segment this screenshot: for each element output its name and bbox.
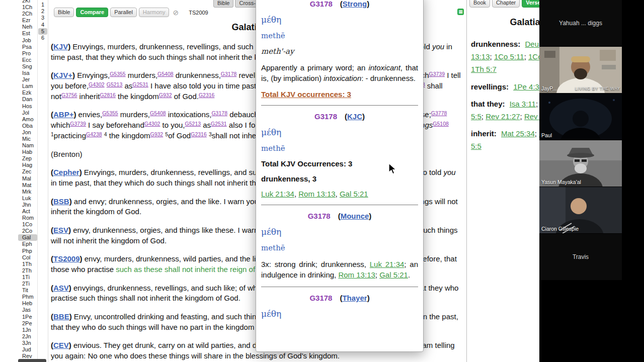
chapter-item-4[interactable]: 4: [38, 22, 47, 28]
dictionary-link-Strong[interactable]: Strong: [343, 0, 367, 8]
dictionary-link-Mounce[interactable]: Mounce: [341, 212, 369, 220]
strongs-ref-G5408[interactable]: G5408: [150, 110, 166, 116]
video-tile[interactable]: Ciaron Gillespie: [539, 187, 622, 234]
strongs-ref-G5408[interactable]: G5408: [157, 71, 174, 77]
book-item-Mrk[interactable]: Mrk: [18, 189, 37, 195]
book-item-Ezr[interactable]: Ezr: [18, 17, 37, 24]
book-item-Gal[interactable]: Gal: [18, 234, 37, 241]
book-item-Sng[interactable]: Sng: [18, 63, 37, 70]
book-item-Ezk[interactable]: Ezk: [18, 89, 37, 96]
chapter-button[interactable]: Chapter: [492, 0, 520, 8]
book-item-Eph[interactable]: Eph: [18, 241, 37, 247]
dictionary-link-KJC[interactable]: KJC: [347, 112, 362, 121]
verse-ref-link[interactable]: Gal 5:21: [379, 270, 408, 279]
chapter-item-1[interactable]: 1: [38, 2, 47, 8]
book-item-3Jn[interactable]: 3Jn: [18, 340, 37, 346]
crossref-verse-link[interactable]: 1Th 5:7: [471, 65, 497, 73]
translation-link-BSB[interactable]: BSB: [53, 197, 69, 206]
translation-link-BBE[interactable]: BBE: [53, 312, 69, 321]
strongs-ref-G2531[interactable]: G2531: [211, 121, 227, 127]
book-item-Jas[interactable]: Jas: [18, 307, 37, 313]
verse-ref-link[interactable]: Rom 13:13: [298, 190, 335, 198]
book-item-1Co[interactable]: 1Co: [18, 221, 37, 228]
book-item-1Th[interactable]: 1Th: [18, 261, 37, 267]
book-item-Zec[interactable]: Zec: [18, 168, 37, 175]
strongs-ref-G3739[interactable]: G3739: [70, 121, 86, 127]
verse-ref-link[interactable]: Luk 21:34: [370, 260, 405, 268]
book-button[interactable]: Book: [469, 0, 490, 8]
book-item-Zep[interactable]: Zep: [18, 155, 37, 162]
book-item-2Th[interactable]: 2Th: [18, 267, 37, 274]
book-item-Est[interactable]: Est: [18, 30, 37, 37]
strongs-ref-G5108[interactable]: G5108: [433, 121, 449, 127]
book-item-Luk[interactable]: Luk: [18, 195, 37, 202]
kjv-occurrences-link[interactable]: Total KJV occurrences: 3: [261, 90, 351, 99]
strongs-ref-G3178[interactable]: G3178: [221, 71, 237, 77]
strongs-ref-G3739[interactable]: G3739: [429, 71, 445, 77]
strongs-ref-G5355[interactable]: G5355: [102, 110, 118, 116]
book-item-2Co[interactable]: 2Co: [18, 228, 37, 234]
book-item-Nam[interactable]: Nam: [18, 142, 37, 149]
book-item-Rom[interactable]: Rom: [18, 215, 37, 221]
book-item-Col[interactable]: Col: [18, 254, 37, 261]
strongs-ref-G4302[interactable]: G4302: [89, 81, 105, 87]
strongs-ref-G4302[interactable]: G4302: [144, 121, 160, 127]
book-item-Php[interactable]: Php: [18, 248, 37, 254]
parallel-button[interactable]: Parallel: [110, 8, 137, 17]
verse-ref-link[interactable]: Gal 5:21: [340, 190, 368, 198]
book-item-Neh[interactable]: Neh: [18, 24, 37, 30]
book-item-Job[interactable]: Job: [18, 37, 37, 44]
book-item-Amo[interactable]: Amo: [18, 116, 37, 123]
book-item-Mal[interactable]: Mal: [18, 175, 37, 182]
translation-link-ABP+[interactable]: ABP+: [53, 110, 73, 119]
strongs-ref-G3778[interactable]: G3778: [431, 110, 447, 116]
book-item-Jud[interactable]: Jud: [18, 346, 37, 353]
chapter-item-2[interactable]: 2: [38, 8, 47, 15]
strongs-ref-G932[interactable]: G932: [159, 92, 172, 98]
book-item-Oba[interactable]: Oba: [18, 123, 37, 129]
book-item-Pro[interactable]: Pro: [18, 50, 37, 57]
strongs-ref-G2816[interactable]: G2816: [100, 92, 116, 98]
strongs-ref-G932[interactable]: G932: [150, 131, 163, 137]
book-item-2Ch[interactable]: 2Ch: [18, 11, 37, 17]
video-tile[interactable]: JayP...LIVING BY THE WAY: [539, 47, 622, 94]
book-item-Mic[interactable]: Mic: [18, 136, 37, 142]
video-tile[interactable]: Travis: [539, 234, 622, 281]
book-item-2Ki[interactable]: 2Ki: [18, 0, 37, 4]
book-item-Jol[interactable]: Jol: [18, 110, 37, 116]
translation-link-Cepher[interactable]: Cepher: [53, 168, 79, 176]
book-item-1Jn[interactable]: 1Jn: [18, 327, 37, 333]
harmony-button[interactable]: Harmony: [139, 8, 170, 17]
verse-ref-link[interactable]: Luk 21:34: [261, 190, 294, 198]
video-tile[interactable]: Paul: [539, 94, 622, 140]
book-item-2Pe[interactable]: 2Pe: [18, 320, 37, 327]
book-item-Hab[interactable]: Hab: [18, 149, 37, 155]
translation-link-ASV[interactable]: ASV: [53, 284, 69, 292]
tab-bible[interactable]: Bible: [213, 0, 233, 8]
strongs-ref-G2531[interactable]: G2531: [132, 81, 148, 87]
crossref-verse-link[interactable]: Isa 3:11: [510, 100, 536, 108]
translation-link-KJV+[interactable]: KJV+: [53, 71, 72, 79]
crossref-verse-link[interactable]: 1Pe 4:3: [513, 82, 539, 91]
verse-ref-link[interactable]: Rom 13:13: [338, 270, 375, 279]
dictionary-link-Thayer[interactable]: Thayer: [342, 294, 367, 302]
strongs-ref-G2316[interactable]: G2316: [191, 131, 207, 137]
book-item-2Ti[interactable]: 2Ti: [18, 281, 37, 287]
crossref-verse-link[interactable]: 1Co 5:11: [494, 52, 524, 61]
strongs-ref-G5355[interactable]: G5355: [110, 71, 126, 77]
book-item-1Ti[interactable]: 1Ti: [18, 274, 37, 281]
strongs-ref-G5213[interactable]: G5213: [185, 121, 201, 127]
book-item-Hos[interactable]: Hos: [18, 103, 37, 110]
translation-link-KJV[interactable]: KJV: [53, 42, 68, 51]
book-item-1Ch[interactable]: 1Ch: [18, 4, 37, 11]
book-item-Phm[interactable]: Phm: [18, 294, 37, 300]
book-item-2Jn[interactable]: 2Jn: [18, 333, 37, 340]
strongs-ref-G5213[interactable]: G5213: [107, 81, 123, 87]
panel-menu-icon[interactable]: ▦: [457, 9, 464, 15]
compare-button[interactable]: Compare: [76, 8, 108, 17]
book-item-Heb[interactable]: Heb: [18, 300, 37, 307]
strongs-ref-G3178[interactable]: G3178: [211, 110, 227, 116]
bottom-scrollbar[interactable]: [18, 359, 46, 362]
book-item-Jer[interactable]: Jer: [18, 76, 37, 83]
translation-link-ESV[interactable]: ESV: [53, 226, 68, 234]
